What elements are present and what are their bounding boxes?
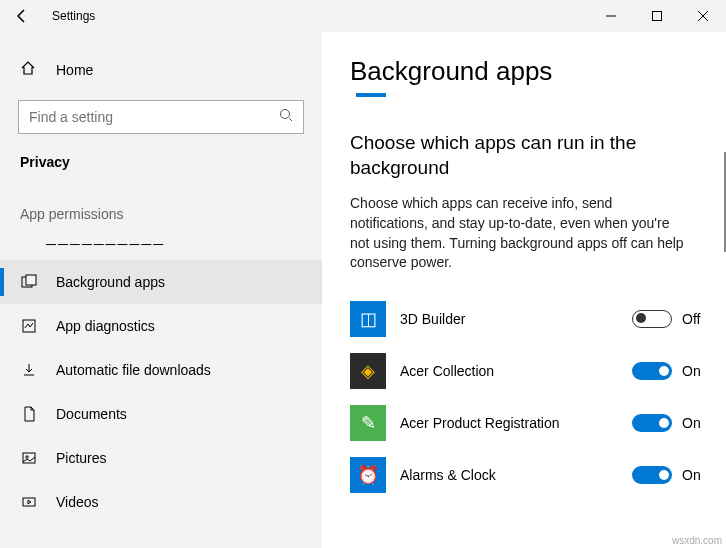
toggle-state-label: Off xyxy=(682,311,706,327)
app-name: 3D Builder xyxy=(400,311,632,327)
page-title: Background apps xyxy=(350,56,706,87)
svg-rect-1 xyxy=(653,12,662,21)
toggle-state-label: On xyxy=(682,363,706,379)
videos-icon xyxy=(20,494,38,510)
section-label: App permissions xyxy=(0,186,322,228)
app-name: Acer Product Registration xyxy=(400,415,632,431)
svg-rect-5 xyxy=(26,275,36,285)
category-label: Privacy xyxy=(0,146,322,186)
search-icon xyxy=(279,108,293,126)
maximize-button[interactable] xyxy=(634,0,680,32)
svg-line-3 xyxy=(289,118,292,121)
toggle-switch[interactable] xyxy=(632,466,672,484)
description: Choose which apps can receive info, send… xyxy=(350,194,690,272)
app-row: ◈ Acer Collection On xyxy=(350,345,706,397)
background-apps-icon xyxy=(20,274,38,290)
sidebar: Home Privacy App permissions ────────── … xyxy=(0,32,322,548)
sidebar-item-background-apps[interactable]: Background apps xyxy=(0,260,322,304)
pictures-icon xyxy=(20,450,38,466)
sidebar-item-automatic-file-downloads[interactable]: Automatic file downloads xyxy=(0,348,322,392)
sidebar-item-label: Automatic file downloads xyxy=(56,362,211,378)
window-title: Settings xyxy=(52,9,95,23)
app-icon: ◈ xyxy=(350,353,386,389)
app-icon: ◫ xyxy=(350,301,386,337)
app-icon: ⏰ xyxy=(350,457,386,493)
app-name: Acer Collection xyxy=(400,363,632,379)
sidebar-item-label: Documents xyxy=(56,406,127,422)
toggle-switch[interactable] xyxy=(632,362,672,380)
sidebar-item-documents[interactable]: Documents xyxy=(0,392,322,436)
app-row: ⏰ Alarms & Clock On xyxy=(350,449,706,501)
sidebar-item-label: Videos xyxy=(56,494,99,510)
toggle-switch[interactable] xyxy=(632,414,672,432)
home-nav[interactable]: Home xyxy=(0,52,322,88)
sidebar-item-pictures[interactable]: Pictures xyxy=(0,436,322,480)
app-icon: ✎ xyxy=(350,405,386,441)
sidebar-item-label: Background apps xyxy=(56,274,165,290)
download-icon xyxy=(20,362,38,378)
home-icon xyxy=(20,60,38,80)
home-label: Home xyxy=(56,62,93,78)
toggle-switch[interactable] xyxy=(632,310,672,328)
content-pane: Background apps Choose which apps can ru… xyxy=(322,32,726,548)
search-input-wrap[interactable] xyxy=(18,100,304,134)
app-name: Alarms & Clock xyxy=(400,467,632,483)
search-input[interactable] xyxy=(29,109,279,125)
sidebar-item-app-diagnostics[interactable]: App diagnostics xyxy=(0,304,322,348)
sidebar-item-videos[interactable]: Videos xyxy=(0,480,322,524)
accent-bar xyxy=(356,93,386,97)
sidebar-item-truncated[interactable]: ────────── xyxy=(0,228,322,260)
toggle-state-label: On xyxy=(682,415,706,431)
app-row: ◫ 3D Builder Off xyxy=(350,293,706,345)
watermark: wsxdn.com xyxy=(672,535,722,546)
svg-point-2 xyxy=(281,110,290,119)
svg-rect-9 xyxy=(23,498,35,506)
close-button[interactable] xyxy=(680,0,726,32)
sidebar-item-label: Pictures xyxy=(56,450,107,466)
back-button[interactable] xyxy=(0,0,44,32)
diagnostics-icon xyxy=(20,318,38,334)
app-row: ✎ Acer Product Registration On xyxy=(350,397,706,449)
toggle-state-label: On xyxy=(682,467,706,483)
svg-point-8 xyxy=(26,456,28,458)
sub-heading: Choose which apps can run in the backgro… xyxy=(350,131,690,180)
sidebar-item-label: App diagnostics xyxy=(56,318,155,334)
documents-icon xyxy=(20,406,38,422)
minimize-button[interactable] xyxy=(588,0,634,32)
